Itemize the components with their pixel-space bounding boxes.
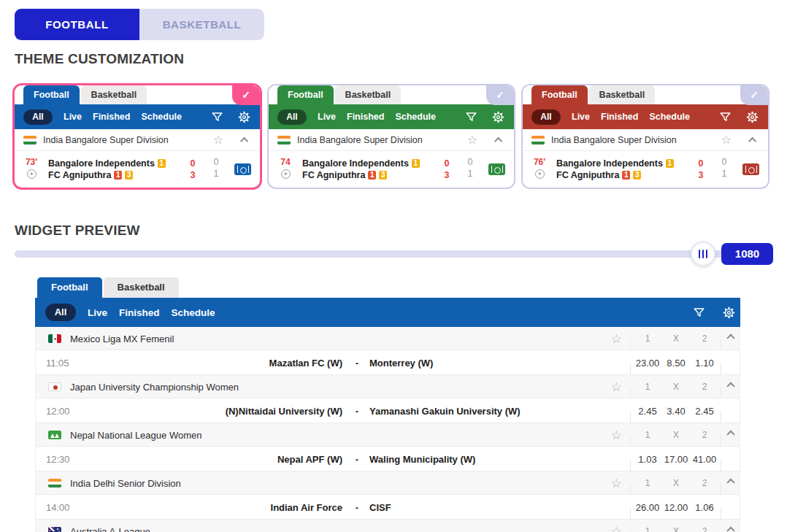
column-divider	[630, 435, 631, 447]
league-block: Japan University Championship Women ☆ 1 …	[36, 375, 740, 423]
home-team-name: Mazatlan FC (W)	[269, 357, 342, 368]
league-block: Nepal National League Women ☆ 1 X 2 12:3…	[36, 423, 740, 471]
mini-filter-live: Live	[572, 112, 590, 122]
collapse-chevron-icon[interactable]	[726, 430, 734, 438]
league-row[interactable]: Mexico Liga MX Femenil ☆ 1 X 2	[36, 327, 740, 350]
favorite-star-icon[interactable]: ☆	[607, 525, 625, 532]
column-divider	[630, 507, 631, 520]
theme-card[interactable]: ✓ Football Basketball All Live Finished …	[269, 85, 514, 188]
odds-header-x: X	[661, 382, 691, 392]
odds-draw[interactable]: 17.00	[661, 453, 691, 464]
tab-basketball-main[interactable]: BASKETBALL	[139, 9, 264, 40]
widget-preview: Football Basketball All Live Finished Sc…	[35, 277, 740, 532]
column-divider	[721, 387, 721, 398]
card-badge: 1	[114, 171, 122, 180]
odds-away[interactable]: 2.45	[689, 405, 720, 416]
tab-football-main[interactable]: FOOTBALL	[15, 9, 139, 40]
filter-all-button[interactable]: All	[45, 304, 76, 321]
card-badge: 1	[666, 159, 674, 168]
mini-tab-basketball: Basketball	[335, 85, 402, 104]
slider-grip-icon	[702, 250, 704, 258]
odds-draw[interactable]: 12.00	[661, 501, 691, 512]
league-flag-icon	[531, 136, 545, 144]
favorite-star-icon[interactable]: ☆	[607, 477, 625, 489]
odds-home[interactable]: 2.45	[632, 405, 663, 416]
mini-tab-basketball: Basketball	[589, 85, 656, 104]
odds-away[interactable]: 1.06	[689, 501, 720, 512]
match-row[interactable]: 12:00 (N)Nittaidai University (W) - Yama…	[36, 398, 740, 423]
collapse-chevron-icon[interactable]	[726, 478, 734, 486]
match-row[interactable]: 11:05 Mazatlan FC (W) - Monterrey (W) 23…	[36, 350, 740, 375]
match-row[interactable]: 14:00 Indian Air Force - CISF 26.00 12.0…	[36, 495, 740, 520]
widget-tab-football[interactable]: Football	[37, 277, 102, 298]
odds-home[interactable]: 1.03	[632, 453, 663, 464]
league-row[interactable]: India Delhi Senior Division ☆ 1 X 2	[36, 471, 740, 495]
league-row[interactable]: Nepal National League Women ☆ 1 X 2	[36, 423, 740, 447]
mini-filter-bar: All Live Finished Schedule	[523, 104, 768, 129]
favorite-star-icon[interactable]: ☆	[607, 380, 625, 393]
odds-header-1: 1	[633, 430, 662, 440]
odds-home[interactable]: 26.00	[632, 501, 663, 512]
match-time: 14:00	[46, 501, 70, 512]
favorite-star-icon: ☆	[467, 134, 477, 146]
match-time-column: 73'	[15, 157, 48, 182]
odds-draw[interactable]: 3.40	[661, 405, 691, 416]
mini-filter-bar: All Live Finished Schedule	[269, 104, 514, 129]
card-badge: 1	[368, 171, 376, 180]
vs-separator: -	[351, 405, 363, 416]
mini-filter-live: Live	[64, 112, 82, 122]
odds-draw[interactable]: 8.50	[661, 357, 691, 368]
vs-separator: -	[351, 357, 363, 368]
theme-card[interactable]: ✓ Football Basketball All Live Finished …	[15, 85, 260, 188]
filter-schedule-button[interactable]: Schedule	[172, 307, 215, 318]
odds-header-2: 2	[690, 430, 719, 440]
favorite-star-icon[interactable]: ☆	[607, 428, 625, 441]
chevron-up-icon	[494, 136, 502, 144]
filter-live-button[interactable]: Live	[88, 307, 107, 318]
mini-tab-football: Football	[531, 85, 588, 104]
card-badge: 1	[412, 159, 420, 168]
league-row[interactable]: Japan University Championship Women ☆ 1 …	[36, 375, 740, 398]
chevron-up-icon	[240, 136, 248, 144]
theme-card[interactable]: ✓ Football Basketball All Live Finished …	[523, 85, 768, 188]
league-block: India Delhi Senior Division ☆ 1 X 2 14:0…	[36, 471, 740, 520]
column-divider	[630, 363, 631, 375]
home-team-name: (N)Nittaidai University (W)	[226, 405, 342, 416]
filter-funnel-icon[interactable]	[692, 306, 706, 320]
league-row[interactable]: Australia A-League ☆ 1 X 2	[36, 520, 740, 532]
pitch-stats-icon	[742, 163, 759, 175]
filter-finished-button[interactable]: Finished	[119, 307, 160, 318]
favorite-star-icon[interactable]: ☆	[607, 332, 625, 344]
widget-sport-tabs: Football Basketball	[35, 277, 740, 298]
mini-match-row: 76' Bangalore Independents1 FC Agniputhr…	[523, 151, 768, 188]
home-team-name: Bangalore Independents	[302, 158, 409, 169]
widget-tab-basketball[interactable]: Basketball	[104, 277, 179, 298]
league-name: India Bangalore Super Division	[43, 135, 169, 145]
odds-home[interactable]: 23.00	[632, 357, 663, 368]
odds-away[interactable]: 1.10	[689, 357, 720, 368]
width-slider-handle[interactable]	[691, 242, 715, 266]
league-name: India Bangalore Super Division	[551, 135, 677, 145]
home-team-name: Indian Air Force	[271, 501, 342, 512]
odds-header-1: 1	[633, 334, 662, 344]
collapse-chevron-icon[interactable]	[726, 526, 734, 532]
odds-away[interactable]: 41.00	[689, 453, 720, 464]
league-block: Mexico Liga MX Femenil ☆ 1 X 2 11:05 Maz…	[36, 327, 740, 375]
width-slider-track[interactable]	[15, 250, 772, 258]
match-row[interactable]: 12:30 Nepal APF (W) - Waling Municipalit…	[36, 447, 740, 471]
match-time: 12:30	[46, 453, 70, 464]
home-team-name: Bangalore Independents	[48, 158, 155, 169]
odds-header-x: X	[661, 526, 691, 532]
play-icon	[535, 169, 545, 179]
mini-filter-all: All	[23, 109, 53, 125]
width-value-badge: 1080	[721, 243, 773, 265]
theme-selected-badge: ✓	[486, 85, 514, 105]
odds-header-x: X	[661, 478, 691, 488]
column-divider	[721, 459, 721, 471]
gear-icon[interactable]	[722, 306, 736, 320]
collapse-chevron-icon[interactable]	[726, 382, 734, 390]
odds-header-1: 1	[633, 526, 662, 532]
collapse-chevron-icon[interactable]	[726, 334, 734, 342]
mini-filter-schedule: Schedule	[141, 112, 182, 122]
league-flag-icon	[48, 431, 61, 439]
